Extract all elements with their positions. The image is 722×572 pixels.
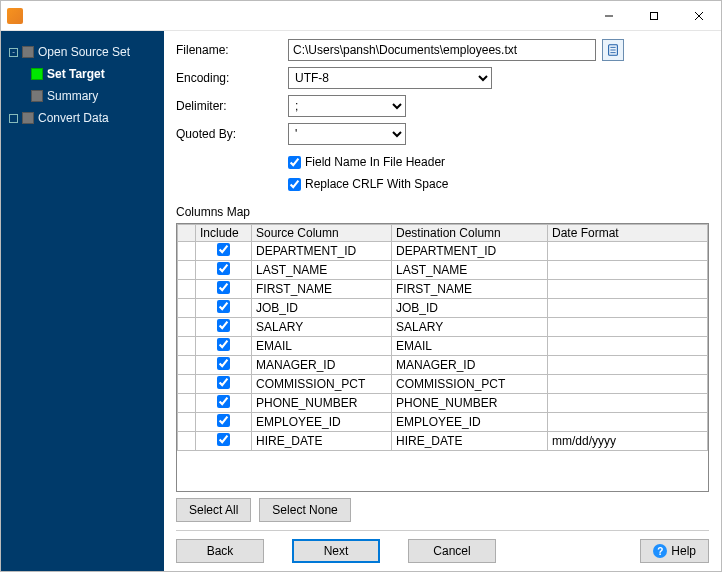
include-checkbox[interactable]: [217, 281, 230, 294]
columns-map-table[interactable]: Include Source Column Destination Column…: [176, 223, 709, 492]
include-cell[interactable]: [196, 261, 252, 280]
table-row[interactable]: EMPLOYEE_IDEMPLOYEE_ID: [178, 413, 708, 432]
table-row[interactable]: JOB_IDJOB_ID: [178, 299, 708, 318]
source-column-cell[interactable]: JOB_ID: [252, 299, 392, 318]
include-cell[interactable]: [196, 356, 252, 375]
include-checkbox[interactable]: [217, 300, 230, 313]
include-checkbox[interactable]: [217, 243, 230, 256]
include-cell[interactable]: [196, 394, 252, 413]
table-row[interactable]: COMMISSION_PCTCOMMISSION_PCT: [178, 375, 708, 394]
table-row[interactable]: PHONE_NUMBERPHONE_NUMBER: [178, 394, 708, 413]
destination-header[interactable]: Destination Column: [392, 225, 548, 242]
include-checkbox[interactable]: [217, 357, 230, 370]
destination-column-cell[interactable]: DEPARTMENT_ID: [392, 242, 548, 261]
wizard-step-convert-data[interactable]: Convert Data: [9, 107, 164, 129]
wizard-step-open-source-set[interactable]: -Open Source Set: [9, 41, 164, 63]
tree-toggle-icon[interactable]: [9, 114, 18, 123]
row-handle[interactable]: [178, 299, 196, 318]
dateformat-cell[interactable]: [548, 356, 708, 375]
fieldname-header-checkbox[interactable]: [288, 156, 301, 169]
table-row[interactable]: DEPARTMENT_IDDEPARTMENT_ID: [178, 242, 708, 261]
table-row[interactable]: FIRST_NAMEFIRST_NAME: [178, 280, 708, 299]
wizard-step-set-target[interactable]: Set Target: [9, 63, 164, 85]
include-cell[interactable]: [196, 318, 252, 337]
help-button[interactable]: ? Help: [640, 539, 709, 563]
include-checkbox[interactable]: [217, 319, 230, 332]
include-checkbox[interactable]: [217, 338, 230, 351]
source-column-cell[interactable]: EMAIL: [252, 337, 392, 356]
dateformat-cell[interactable]: mm/dd/yyyy: [548, 432, 708, 451]
dateformat-cell[interactable]: [548, 280, 708, 299]
dateformat-cell[interactable]: [548, 318, 708, 337]
destination-column-cell[interactable]: FIRST_NAME: [392, 280, 548, 299]
fieldname-header-label[interactable]: Field Name In File Header: [305, 155, 445, 169]
destination-column-cell[interactable]: SALARY: [392, 318, 548, 337]
include-checkbox[interactable]: [217, 433, 230, 446]
row-handle[interactable]: [178, 242, 196, 261]
quoted-select[interactable]: ': [288, 123, 406, 145]
maximize-button[interactable]: [631, 1, 676, 31]
browse-button[interactable]: [602, 39, 624, 61]
include-cell[interactable]: [196, 280, 252, 299]
row-handle[interactable]: [178, 413, 196, 432]
row-handle[interactable]: [178, 318, 196, 337]
source-column-cell[interactable]: PHONE_NUMBER: [252, 394, 392, 413]
table-row[interactable]: LAST_NAMELAST_NAME: [178, 261, 708, 280]
dateformat-cell[interactable]: [548, 413, 708, 432]
include-cell[interactable]: [196, 337, 252, 356]
minimize-button[interactable]: [586, 1, 631, 31]
delimiter-select[interactable]: ;: [288, 95, 406, 117]
destination-column-cell[interactable]: EMPLOYEE_ID: [392, 413, 548, 432]
row-handle[interactable]: [178, 394, 196, 413]
select-none-button[interactable]: Select None: [259, 498, 350, 522]
include-header[interactable]: Include: [196, 225, 252, 242]
dateformat-header[interactable]: Date Format: [548, 225, 708, 242]
destination-column-cell[interactable]: COMMISSION_PCT: [392, 375, 548, 394]
row-handle[interactable]: [178, 375, 196, 394]
source-column-cell[interactable]: SALARY: [252, 318, 392, 337]
destination-column-cell[interactable]: MANAGER_ID: [392, 356, 548, 375]
encoding-select[interactable]: UTF-8: [288, 67, 492, 89]
include-checkbox[interactable]: [217, 395, 230, 408]
table-row[interactable]: MANAGER_IDMANAGER_ID: [178, 356, 708, 375]
destination-column-cell[interactable]: HIRE_DATE: [392, 432, 548, 451]
wizard-step-summary[interactable]: Summary: [9, 85, 164, 107]
include-checkbox[interactable]: [217, 414, 230, 427]
tree-toggle-icon[interactable]: -: [9, 48, 18, 57]
source-column-cell[interactable]: MANAGER_ID: [252, 356, 392, 375]
back-button[interactable]: Back: [176, 539, 264, 563]
table-row[interactable]: HIRE_DATEHIRE_DATEmm/dd/yyyy: [178, 432, 708, 451]
include-cell[interactable]: [196, 432, 252, 451]
dateformat-cell[interactable]: [548, 261, 708, 280]
close-button[interactable]: [676, 1, 721, 31]
dateformat-cell[interactable]: [548, 299, 708, 318]
include-checkbox[interactable]: [217, 376, 230, 389]
source-column-cell[interactable]: HIRE_DATE: [252, 432, 392, 451]
row-handle[interactable]: [178, 432, 196, 451]
next-button[interactable]: Next: [292, 539, 380, 563]
include-checkbox[interactable]: [217, 262, 230, 275]
source-header[interactable]: Source Column: [252, 225, 392, 242]
source-column-cell[interactable]: LAST_NAME: [252, 261, 392, 280]
row-handle[interactable]: [178, 280, 196, 299]
dateformat-cell[interactable]: [548, 375, 708, 394]
dateformat-cell[interactable]: [548, 242, 708, 261]
include-cell[interactable]: [196, 242, 252, 261]
destination-column-cell[interactable]: LAST_NAME: [392, 261, 548, 280]
source-column-cell[interactable]: FIRST_NAME: [252, 280, 392, 299]
table-row[interactable]: SALARYSALARY: [178, 318, 708, 337]
filename-input[interactable]: [288, 39, 596, 61]
dateformat-cell[interactable]: [548, 337, 708, 356]
destination-column-cell[interactable]: PHONE_NUMBER: [392, 394, 548, 413]
replace-crlf-checkbox[interactable]: [288, 178, 301, 191]
row-handle[interactable]: [178, 261, 196, 280]
replace-crlf-label[interactable]: Replace CRLF With Space: [305, 177, 448, 191]
destination-column-cell[interactable]: EMAIL: [392, 337, 548, 356]
include-cell[interactable]: [196, 375, 252, 394]
row-handle[interactable]: [178, 337, 196, 356]
destination-column-cell[interactable]: JOB_ID: [392, 299, 548, 318]
row-handle[interactable]: [178, 356, 196, 375]
source-column-cell[interactable]: COMMISSION_PCT: [252, 375, 392, 394]
include-cell[interactable]: [196, 413, 252, 432]
table-row[interactable]: EMAILEMAIL: [178, 337, 708, 356]
